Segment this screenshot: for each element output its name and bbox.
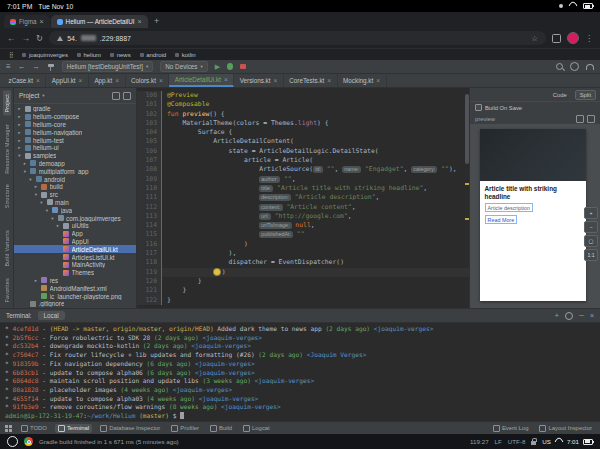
- close-icon[interactable]: ×: [590, 312, 594, 319]
- tree-arrow-icon[interactable]: ▸: [34, 278, 39, 283]
- bookmark-item[interactable]: android: [140, 52, 167, 58]
- tree-item[interactable]: ▸helium-compose: [14, 113, 136, 121]
- preview-canvas[interactable]: Article title with striking headline Art…: [470, 124, 600, 308]
- tree-item[interactable]: ArticleDetailUi.kt: [14, 245, 136, 253]
- editor-tab[interactable]: Versions.kt×: [234, 74, 284, 87]
- tab-close-icon[interactable]: ×: [40, 18, 44, 25]
- tree-item[interactable]: ArticlesListUi.kt: [14, 253, 136, 261]
- share-icon[interactable]: [552, 34, 561, 43]
- tree-arrow-icon[interactable]: ▾: [28, 177, 33, 182]
- collapse-all-icon[interactable]: [123, 92, 131, 100]
- bookmark-item[interactable]: helium: [77, 52, 101, 58]
- debug-button[interactable]: [227, 63, 233, 70]
- close-icon[interactable]: ×: [36, 77, 40, 84]
- browser-menu-icon[interactable]: ⋮: [585, 34, 593, 43]
- tree-item[interactable]: ▸gradle: [14, 105, 136, 113]
- bookmark-item[interactable]: joaquimverges: [22, 52, 68, 58]
- tool-window-button-todo[interactable]: TODO: [18, 424, 50, 433]
- close-icon[interactable]: ×: [327, 77, 331, 84]
- tool-window-button-profiler[interactable]: Profiler: [168, 424, 202, 433]
- line-separator[interactable]: LF: [495, 438, 502, 445]
- stripe-item-resource-manager[interactable]: Resource Manager: [3, 121, 11, 177]
- editor-tab[interactable]: zCase.kt×: [3, 74, 46, 87]
- stripe-item-structure[interactable]: Structure: [3, 181, 11, 211]
- tree-item[interactable]: .gitignore: [14, 300, 136, 308]
- tree-arrow-icon[interactable]: ▸: [34, 184, 39, 189]
- mode-button-split[interactable]: Split: [575, 90, 596, 100]
- tree-arrow-icon[interactable]: ▾: [23, 169, 28, 174]
- close-icon[interactable]: ×: [79, 77, 83, 84]
- tree-item[interactable]: ▸helium-core: [14, 121, 136, 129]
- tree-item[interactable]: Themes: [14, 269, 136, 277]
- mode-button-code[interactable]: Code: [548, 90, 572, 100]
- warning-stripe-mark[interactable]: [465, 183, 469, 185]
- tree-arrow-icon[interactable]: ▸: [17, 122, 22, 127]
- scrollbar-thumb[interactable]: [465, 94, 469, 164]
- tree-arrow-icon[interactable]: ▸: [23, 161, 28, 166]
- tree-arrow-icon[interactable]: ▸: [17, 130, 22, 135]
- readonly-lock-icon[interactable]: [531, 441, 536, 445]
- editor-tab[interactable]: CoreTests.kt×: [284, 74, 338, 87]
- ide-menu-icon[interactable]: ≡: [6, 62, 11, 71]
- editor-tab[interactable]: App.kt×: [89, 74, 126, 87]
- tree-arrow-icon[interactable]: ▸: [17, 138, 22, 143]
- pin-icon[interactable]: [576, 115, 584, 123]
- reload-button[interactable]: ↻: [36, 34, 43, 43]
- tree-item[interactable]: AppUi: [14, 238, 136, 246]
- editor-tab[interactable]: Colors.kt×: [126, 74, 170, 87]
- editor-tab[interactable]: Mocking.kt×: [338, 74, 387, 87]
- tree-item[interactable]: App: [14, 230, 136, 238]
- code-editor[interactable]: 100@Preview101@Composable102fun preview(…: [137, 88, 469, 308]
- zoom-button[interactable]: +: [584, 207, 598, 219]
- apps-grid-icon[interactable]: ⣿: [9, 52, 13, 58]
- window-switcher-icon[interactable]: [5, 425, 12, 432]
- terminal-settings-icon[interactable]: [565, 312, 573, 320]
- stripe-item-project[interactable]: Project: [3, 91, 11, 116]
- device-select[interactable]: No Devices ▾: [160, 61, 208, 72]
- run-configuration-select[interactable]: Helium [testDebugUnitTest] ▾: [62, 61, 154, 72]
- tree-item[interactable]: AndroidManifest.xml: [14, 284, 136, 292]
- stripe-item-build-variants[interactable]: Build Variants: [3, 227, 11, 270]
- bookmark-star-icon[interactable]: ☆: [531, 34, 538, 43]
- tree-item[interactable]: ▸res: [14, 277, 136, 285]
- shell-prompt[interactable]: admin@ip-172-31-19-47:~/work/Helium (mas…: [5, 412, 595, 421]
- tree-arrow-icon[interactable]: ▾: [39, 200, 44, 205]
- tool-window-button-terminal[interactable]: Terminal: [55, 424, 92, 433]
- notifications-bell-icon[interactable]: [586, 64, 594, 70]
- preview-rendered-card[interactable]: Article title with striking headline Art…: [480, 129, 586, 301]
- build-on-save-checkbox[interactable]: [475, 104, 482, 111]
- tree-item[interactable]: ▸build: [14, 183, 136, 191]
- stop-button[interactable]: [240, 64, 246, 70]
- launcher-icon[interactable]: [7, 436, 18, 447]
- close-icon[interactable]: ×: [376, 77, 380, 84]
- tree-item[interactable]: ▾samples: [14, 152, 136, 160]
- locate-file-icon[interactable]: [112, 92, 120, 100]
- caret-position[interactable]: 119:27: [470, 438, 488, 445]
- tree-arrow-icon[interactable]: ▸: [17, 106, 22, 111]
- zoom-button[interactable]: −: [584, 221, 598, 233]
- tree-item[interactable]: MainActivity: [14, 261, 136, 269]
- close-icon[interactable]: ×: [274, 77, 278, 84]
- tree-item[interactable]: ▾java: [14, 206, 136, 214]
- tool-window-button-event-log[interactable]: Event Log: [490, 424, 532, 433]
- tree-item[interactable]: ▸demoapp: [14, 160, 136, 168]
- tree-item[interactable]: ▸helium-navigation: [14, 128, 136, 136]
- file-encoding[interactable]: UTF-8: [508, 438, 526, 445]
- tool-window-button-layout-inspector[interactable]: Layout Inspector: [536, 424, 595, 433]
- tree-arrow-icon[interactable]: ▾: [34, 192, 39, 197]
- warning-stripe-mark[interactable]: [465, 218, 469, 220]
- browser-tab[interactable]: Helium — ArticleDetailUI×: [51, 15, 148, 28]
- stripe-item-favorites[interactable]: Favorites: [3, 275, 11, 305]
- editor-tab[interactable]: ArticleDetailUi.kt×: [169, 74, 234, 87]
- terminal-output[interactable]: * 4cefd1d - (HEAD -> master, origin/mast…: [0, 323, 600, 421]
- tab-close-icon[interactable]: ×: [138, 18, 142, 25]
- address-bar[interactable]: 54. .229:8887 ☆: [49, 31, 546, 45]
- tree-arrow-icon[interactable]: ▸: [17, 145, 22, 150]
- nav-back-icon[interactable]: ←: [18, 62, 26, 71]
- back-button[interactable]: ←: [7, 34, 16, 43]
- tree-arrow-icon[interactable]: ▸: [56, 223, 61, 228]
- tree-item[interactable]: ▸helium-ui: [14, 144, 136, 152]
- close-icon[interactable]: ×: [115, 77, 119, 84]
- browser-tab[interactable]: Figma×: [4, 15, 50, 28]
- profile-avatar[interactable]: [567, 32, 579, 44]
